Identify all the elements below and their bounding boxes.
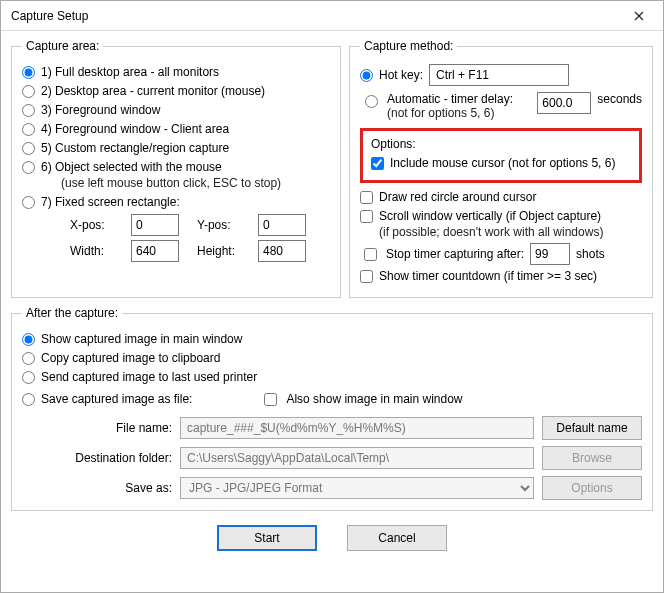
browse-button[interactable]: Browse xyxy=(542,446,642,470)
area-opt4-radio[interactable] xyxy=(22,123,35,136)
after-show-main-radio[interactable] xyxy=(22,333,35,346)
fname-label: File name: xyxy=(52,421,172,435)
method-auto-label: Automatic - timer delay: xyxy=(387,92,513,106)
saveas-label: Save as: xyxy=(52,481,172,495)
after-send-printer-radio[interactable] xyxy=(22,371,35,384)
area-opt2-label: 2) Desktop area - current monitor (mouse… xyxy=(41,83,265,99)
after-send-printer-label: Send captured image to last used printer xyxy=(41,369,257,385)
opt-red-circle[interactable]: Draw red circle around cursor xyxy=(360,189,642,205)
close-button[interactable] xyxy=(619,2,659,30)
capture-method-legend: Capture method: xyxy=(360,39,457,53)
area-opt7[interactable]: 7) Fixed screen rectangle: xyxy=(22,194,330,210)
after-save-file[interactable]: Save captured image as file: xyxy=(22,391,192,407)
opt-stop-label: Stop timer capturing after: xyxy=(386,247,524,261)
options-title: Options: xyxy=(371,137,631,151)
shots-label: shots xyxy=(576,247,605,261)
method-hotkey-radio[interactable] xyxy=(360,69,373,82)
area-opt5-label: 5) Custom rectangle/region capture xyxy=(41,140,229,156)
method-hotkey[interactable]: Hot key: xyxy=(360,67,423,83)
capture-setup-window: Capture Setup Capture area: 1) Full desk… xyxy=(0,0,664,593)
capture-area-group: Capture area: 1) Full desktop area - all… xyxy=(11,39,341,298)
options-highlight-box: Options: Include mouse cursor (not for o… xyxy=(360,128,642,183)
area-opt7-label: 7) Fixed screen rectangle: xyxy=(41,194,180,210)
area-opt7-radio[interactable] xyxy=(22,196,35,209)
after-capture-group: After the capture: Show captured image i… xyxy=(11,306,653,511)
after-copy-clip-label: Copy captured image to clipboard xyxy=(41,350,220,366)
opt-countdown[interactable]: Show timer countdown (if timer >= 3 sec) xyxy=(360,268,642,284)
start-button[interactable]: Start xyxy=(217,525,317,551)
footer-buttons: Start Cancel xyxy=(11,511,653,567)
area-opt6-radio[interactable] xyxy=(22,161,35,174)
width-label: Width: xyxy=(70,244,125,258)
opt-red-circle-label: Draw red circle around cursor xyxy=(379,189,536,205)
opt-countdown-label: Show timer countdown (if timer >= 3 sec) xyxy=(379,268,597,284)
method-auto-radio[interactable] xyxy=(365,95,378,108)
capture-area-legend: Capture area: xyxy=(22,39,103,53)
after-copy-clip-radio[interactable] xyxy=(22,352,35,365)
area-opt6-sublabel: (use left mouse button click, ESC to sto… xyxy=(61,176,281,190)
height-input[interactable] xyxy=(258,240,306,262)
ypos-label: Y-pos: xyxy=(197,218,252,232)
method-hotkey-label: Hot key: xyxy=(379,67,423,83)
xpos-label: X-pos: xyxy=(70,218,125,232)
after-save-file-label: Save captured image as file: xyxy=(41,391,192,407)
opt-stop-check[interactable] xyxy=(364,248,377,261)
area-opt1-radio[interactable] xyxy=(22,66,35,79)
area-opt3-radio[interactable] xyxy=(22,104,35,117)
dialog-content: Capture area: 1) Full desktop area - all… xyxy=(1,31,663,592)
stop-shots-input[interactable] xyxy=(530,243,570,265)
area-opt2-radio[interactable] xyxy=(22,85,35,98)
ypos-input[interactable] xyxy=(258,214,306,236)
capture-method-group: Capture method: Hot key: Automatic - tim… xyxy=(349,39,653,298)
method-auto-sublabel: (not for options 5, 6) xyxy=(387,106,494,120)
area-opt6[interactable]: 6) Object selected with the mouse (use l… xyxy=(22,159,330,191)
area-opt3-label: 3) Foreground window xyxy=(41,102,160,118)
also-show-check[interactable] xyxy=(264,393,277,406)
area-opt1-label: 1) Full desktop area - all monitors xyxy=(41,64,219,80)
opt-scroll-sublabel: (if possible; doesn't work with all wind… xyxy=(379,225,603,239)
opt-include-cursor-label: Include mouse cursor (not for options 5,… xyxy=(390,155,615,171)
titlebar: Capture Setup xyxy=(1,1,663,31)
after-copy-clip[interactable]: Copy captured image to clipboard xyxy=(22,350,642,366)
area-opt4[interactable]: 4) Foreground window - Client area xyxy=(22,121,330,137)
folder-input[interactable] xyxy=(180,447,534,469)
options-button[interactable]: Options xyxy=(542,476,642,500)
after-send-printer[interactable]: Send captured image to last used printer xyxy=(22,369,642,385)
window-title: Capture Setup xyxy=(11,9,619,23)
opt-scroll-check[interactable] xyxy=(360,210,373,223)
area-opt2[interactable]: 2) Desktop area - current monitor (mouse… xyxy=(22,83,330,99)
close-icon xyxy=(634,11,644,21)
opt-include-cursor[interactable]: Include mouse cursor (not for options 5,… xyxy=(371,155,631,171)
saveas-select[interactable]: JPG - JPG/JPEG Format xyxy=(180,477,534,499)
width-input[interactable] xyxy=(131,240,179,262)
area-opt4-label: 4) Foreground window - Client area xyxy=(41,121,229,137)
height-label: Height: xyxy=(197,244,252,258)
area-opt5-radio[interactable] xyxy=(22,142,35,155)
fname-input[interactable] xyxy=(180,417,534,439)
after-capture-legend: After the capture: xyxy=(22,306,122,320)
cancel-button[interactable]: Cancel xyxy=(347,525,447,551)
default-name-button[interactable]: Default name xyxy=(542,416,642,440)
folder-label: Destination folder: xyxy=(52,451,172,465)
opt-scroll[interactable]: Scroll window vertically (if Object capt… xyxy=(360,208,642,240)
xpos-input[interactable] xyxy=(131,214,179,236)
auto-delay-input[interactable] xyxy=(537,92,591,114)
seconds-label: seconds xyxy=(597,92,642,106)
hotkey-input[interactable] xyxy=(429,64,569,86)
opt-include-cursor-check[interactable] xyxy=(371,157,384,170)
also-show-label: Also show image in main window xyxy=(286,392,462,406)
area-opt5[interactable]: 5) Custom rectangle/region capture xyxy=(22,140,330,156)
opt-scroll-label: Scroll window vertically (if Object capt… xyxy=(379,208,603,240)
area-opt6-label: 6) Object selected with the mouse (use l… xyxy=(41,159,281,191)
after-show-main-label: Show captured image in main window xyxy=(41,331,242,347)
opt-countdown-check[interactable] xyxy=(360,270,373,283)
area-opt3[interactable]: 3) Foreground window xyxy=(22,102,330,118)
after-save-file-radio[interactable] xyxy=(22,393,35,406)
area-opt1[interactable]: 1) Full desktop area - all monitors xyxy=(22,64,330,80)
opt-red-circle-check[interactable] xyxy=(360,191,373,204)
also-show-main[interactable]: Also show image in main window xyxy=(260,390,462,409)
after-show-main[interactable]: Show captured image in main window xyxy=(22,331,642,347)
